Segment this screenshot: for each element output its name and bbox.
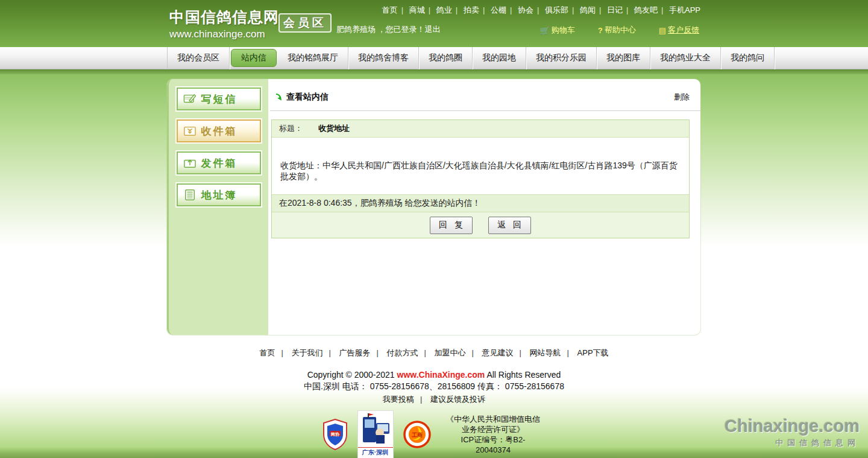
top-nav-mobile-app[interactable]: 手机APP — [669, 5, 700, 14]
feedback-link[interactable]: ▤客户反馈 — [659, 25, 699, 36]
tab-pigeon-qa[interactable]: 我的鸽问 — [721, 47, 775, 69]
logout-link[interactable]: 退出 — [425, 25, 441, 34]
reply-button[interactable]: 回 复 — [430, 217, 473, 234]
sidebar-item-write-message[interactable]: 写短信 — [177, 87, 261, 110]
login-status: 肥鸽养殖场 ，您已登录！退出 — [336, 24, 441, 35]
cart-label: 购物车 — [552, 25, 575, 36]
industry-commerce-badge[interactable]: 工商 — [403, 421, 431, 448]
help-label: 帮助中心 — [605, 25, 636, 36]
view-header: 查看站内信 删除 — [270, 84, 700, 111]
submit-links: 我要投稿 建议反馈及投诉 — [0, 394, 868, 405]
license-line-2: 业务经营许可证》 — [441, 424, 546, 434]
mail-main-area: 查看站内信 删除 标题：收货地址 收货地址：中华人民共和国/广西壮族自治区/大化… — [270, 79, 700, 335]
top-nav-forum[interactable]: 鸽友吧 — [634, 5, 667, 14]
footer-link-sitemap[interactable]: 网站导航 — [530, 348, 575, 357]
view-title: 查看站内信 — [275, 92, 329, 103]
copyright-suffix: All Rights Reserved — [485, 370, 561, 380]
footer-link-about[interactable]: 关于我们 — [291, 348, 336, 357]
sidebar-item-label: 收件箱 — [201, 124, 237, 138]
license-line-4: 20040374 — [441, 445, 546, 455]
top-nav-club[interactable]: 俱乐部 — [545, 5, 577, 14]
feedback-icon: ▤ — [659, 26, 666, 35]
site-url: www.chinaxinge.com — [169, 28, 279, 40]
help-center-link[interactable]: ?帮助中心 — [598, 25, 636, 36]
content-panel: 写短信 收件箱 发件箱 地址簿 — [167, 79, 700, 335]
internet-association-badge[interactable]: 网协 — [322, 419, 348, 450]
footer-link-payment[interactable]: 付款方式 — [386, 348, 432, 357]
arrow-icon — [275, 93, 283, 101]
top-nav-auction[interactable]: 拍卖 — [464, 5, 488, 14]
site-title: 中国信鸽信息网 — [169, 7, 279, 27]
delete-link[interactable]: 删除 — [674, 92, 690, 103]
license-line-3: ICP证编号：粤B2- — [441, 434, 546, 445]
police-badge[interactable]: 广东·深圳 — [357, 410, 394, 458]
help-icon: ? — [598, 26, 603, 35]
message-actions: 回 复 返 回 — [272, 212, 689, 238]
tab-my-gallery[interactable]: 我的图库 — [597, 47, 650, 69]
footer-link-suggestions[interactable]: 意见建议 — [482, 348, 527, 357]
back-button[interactable]: 返 回 — [488, 217, 531, 234]
top-nav-mall[interactable]: 商城 — [409, 5, 434, 14]
contact-line: 中国.深圳 电话： 0755-28156678、28156809 传真： 075… — [0, 381, 868, 392]
sidebar-item-label: 写短信 — [201, 92, 237, 106]
footer-link-ads[interactable]: 广告服务 — [339, 348, 384, 357]
top-nav-home[interactable]: 首页 — [382, 5, 407, 14]
feedback-complaint-link[interactable]: 建议反馈及投诉 — [430, 395, 485, 404]
copyright-prefix: Copyright © 2000-2021 — [307, 370, 397, 380]
subject-value: 收货地址 — [318, 124, 350, 133]
license-line-1: 《中华人民共和国增值电信 — [441, 414, 546, 424]
tab-points-park[interactable]: 我的积分乐园 — [526, 47, 597, 69]
tab-site-mail[interactable]: 站内信 — [231, 49, 277, 67]
message-table: 标题：收货地址 收货地址：中华人民共和国/广西壮族自治区/大化瑶族自治县/大化县… — [271, 119, 690, 238]
site-logo[interactable]: 中国信鸽信息网 www.chinaxinge.com — [169, 7, 279, 40]
outbox-icon — [183, 157, 197, 169]
member-zone-badge[interactable]: 会员区 — [278, 13, 332, 33]
top-nav-association[interactable]: 协会 — [518, 5, 542, 14]
main-tabbar: 我的会员区 站内信 我的铭鸽展厅 我的鸽舍博客 我的鸽圈 我的园地 我的积分乐园… — [0, 47, 868, 69]
mail-sidebar: 写短信 收件箱 发件箱 地址簿 — [167, 79, 268, 335]
copyright-site-link[interactable]: www.ChinaXinge.com — [397, 370, 485, 380]
top-nav-diary[interactable]: 日记 — [607, 5, 632, 14]
subject-label: 标题： — [279, 124, 303, 133]
icp-license-text: 《中华人民共和国增值电信 业务经营许可证》 ICP证编号：粤B2- 200403… — [441, 414, 546, 455]
tab-pigeon-directory[interactable]: 我的鸽业大全 — [650, 47, 721, 69]
top-nav: 首页 商城 鸽业 拍卖 公棚 协会 俱乐部 鸽闻 日记 鸽友吧 手机APP — [382, 5, 700, 16]
view-title-text: 查看站内信 — [286, 92, 329, 103]
tab-my-garden[interactable]: 我的园地 — [473, 47, 526, 69]
top-nav-news[interactable]: 鸽闻 — [580, 5, 605, 14]
footer-link-home[interactable]: 首页 — [259, 348, 289, 357]
subject-row: 标题：收货地址 — [272, 120, 689, 138]
compose-icon — [183, 93, 197, 105]
submit-article-link[interactable]: 我要投稿 — [383, 395, 428, 404]
cart-icon: 🛒 — [540, 26, 550, 35]
message-body: 收货地址：中华人民共和国/广西壮族自治区/大化瑶族自治县/大化县镇南/红电街区/… — [272, 138, 689, 194]
tab-pigeon-circle[interactable]: 我的鸽圈 — [419, 47, 473, 69]
top-nav-pigeon-industry[interactable]: 鸽业 — [436, 5, 461, 14]
top-nav-loft[interactable]: 公棚 — [491, 5, 515, 14]
site-header: 中国信鸽信息网 www.chinaxinge.com 会员区 肥鸽养殖场 ，您已… — [0, 0, 868, 47]
sidebar-item-inbox[interactable]: 收件箱 — [177, 119, 261, 142]
tab-loft-blog[interactable]: 我的鸽舍博客 — [348, 47, 419, 69]
svg-text:工商: 工商 — [412, 432, 423, 438]
cart-link[interactable]: 🛒购物车 — [540, 25, 575, 36]
address-book-icon — [183, 189, 197, 201]
tab-pigeon-showroom[interactable]: 我的铭鸽展厅 — [278, 47, 348, 69]
watermark-logo-text: Chinaxinge.com — [725, 416, 860, 436]
tab-my-member-zone[interactable]: 我的会员区 — [167, 47, 230, 69]
svg-text:网协: 网协 — [331, 432, 340, 437]
site-watermark: Chinaxinge.com 中国信鸽信息网 — [725, 416, 860, 448]
police-badge-image — [358, 411, 393, 445]
inbox-icon — [183, 125, 197, 137]
watermark-subtitle: 中国信鸽信息网 — [725, 437, 860, 448]
sidebar-item-address-book[interactable]: 地址簿 — [177, 183, 261, 206]
feedback-label: 客户反馈 — [668, 25, 699, 36]
police-badge-label: 广东·深圳 — [358, 447, 393, 458]
sidebar-item-outbox[interactable]: 发件箱 — [177, 151, 261, 174]
footer-link-join[interactable]: 加盟中心 — [435, 348, 480, 357]
footer-link-app-download[interactable]: APP下载 — [577, 348, 609, 357]
quick-links: 🛒购物车 ?帮助中心 ▤客户反馈 — [540, 25, 699, 36]
login-status-text: 肥鸽养殖场 ，您已登录！ — [336, 25, 425, 34]
green-divider-bar — [0, 69, 868, 74]
message-meta: 在2021-8-8 0:46:35，肥鸽养殖场 给您发送的站内信！ — [272, 194, 689, 212]
sidebar-item-label: 发件箱 — [201, 156, 237, 170]
